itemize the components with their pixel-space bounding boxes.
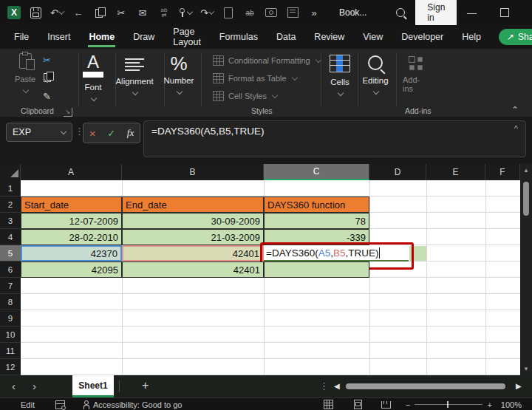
- cell-B5-referenced[interactable]: 42401: [122, 245, 264, 262]
- copy-button[interactable]: [44, 72, 50, 85]
- tab-data[interactable]: Data: [276, 27, 296, 47]
- cell-B3[interactable]: 30-09-2009: [122, 213, 264, 229]
- copy-icon[interactable]: [93, 6, 106, 19]
- zoom-level[interactable]: 100%: [501, 400, 522, 409]
- vertical-scrollbar[interactable]: ▲ ▼: [520, 164, 532, 375]
- tab-file[interactable]: File: [13, 27, 30, 47]
- row-header-8[interactable]: 8: [0, 294, 21, 310]
- back-icon[interactable]: ←: [72, 6, 85, 19]
- cells-group-button[interactable]: Cells: [327, 55, 353, 95]
- cell-A5-referenced[interactable]: 42370: [21, 245, 122, 262]
- cell-styles-button[interactable]: Cell Styles: [213, 91, 277, 101]
- row-header-4[interactable]: 4: [0, 229, 21, 245]
- paste-button[interactable]: Paste: [12, 53, 38, 92]
- tab-view[interactable]: View: [362, 27, 383, 47]
- row-header-12[interactable]: 12: [0, 359, 21, 375]
- maximize-button[interactable]: [498, 6, 511, 19]
- tab-home[interactable]: Home: [88, 27, 115, 47]
- alignment-group-button[interactable]: Alignment: [118, 56, 151, 95]
- cell-C2[interactable]: DAYS360 function: [264, 197, 369, 213]
- col-header-E[interactable]: E: [426, 164, 485, 180]
- cancel-entry-button[interactable]: ×: [89, 127, 96, 140]
- col-header-C[interactable]: C: [264, 164, 369, 180]
- col-header-D[interactable]: D: [369, 164, 426, 180]
- new-file-icon[interactable]: [222, 6, 235, 19]
- number-group-button[interactable]: % Number: [164, 53, 194, 94]
- tab-help[interactable]: Help: [461, 27, 482, 47]
- cell-B2[interactable]: End_date: [122, 197, 264, 213]
- row-header-11[interactable]: 11: [0, 343, 21, 359]
- zoom-in-button[interactable]: +: [487, 400, 491, 409]
- undo-icon[interactable]: ↶: [50, 6, 64, 19]
- add-sheet-button[interactable]: +: [142, 379, 149, 392]
- next-sheet-icon[interactable]: ›: [33, 380, 36, 392]
- search-icon[interactable]: [394, 6, 407, 19]
- insert-function-button[interactable]: fx: [127, 127, 134, 139]
- row-header-2[interactable]: 2: [0, 197, 21, 213]
- hscroll-left-icon[interactable]: ◀: [334, 382, 340, 390]
- row-header-6[interactable]: 6: [0, 262, 21, 278]
- scroll-down-icon[interactable]: ▼: [520, 366, 532, 372]
- vertical-scroll-thumb[interactable]: [523, 182, 529, 216]
- cell-C6[interactable]: [264, 262, 369, 278]
- horizontal-scroll-thumb[interactable]: [346, 383, 505, 389]
- format-painter-button[interactable]: ✎: [43, 91, 51, 102]
- tab-draw[interactable]: Draw: [132, 27, 155, 47]
- col-header-A[interactable]: A: [21, 164, 122, 180]
- sheet-tab-sheet1[interactable]: Sheet1: [72, 375, 114, 397]
- editing-group-button[interactable]: Editing: [361, 53, 390, 94]
- share-button[interactable]: ↗Share: [499, 29, 532, 45]
- redo-icon[interactable]: ↷: [200, 6, 214, 19]
- zoom-out-button[interactable]: −: [406, 400, 410, 409]
- clipboard-dialog-launcher-icon[interactable]: ↘: [64, 108, 72, 117]
- hscroll-right-icon[interactable]: ▶: [516, 382, 522, 390]
- formula-bar-expand-icon[interactable]: ^: [514, 124, 518, 133]
- row-header-3[interactable]: 3: [0, 213, 21, 229]
- sheetbar-splitter-icon[interactable]: ⋮: [319, 380, 329, 392]
- save-icon[interactable]: [29, 6, 42, 19]
- macro-record-icon[interactable]: [55, 400, 65, 409]
- addins-group-button[interactable]: Add-ins: [403, 56, 429, 93]
- confirm-entry-button[interactable]: ✓: [107, 128, 115, 139]
- tab-page-layout[interactable]: Page Layout: [172, 21, 202, 52]
- touch-mode-icon[interactable]: [179, 6, 192, 19]
- zoom-slider[interactable]: [415, 404, 482, 405]
- email-icon[interactable]: ✉: [136, 6, 149, 19]
- row-header-9[interactable]: 9: [0, 310, 21, 327]
- cell-A2[interactable]: Start_date: [21, 197, 122, 213]
- row-header-1[interactable]: 1: [0, 180, 21, 197]
- cut-icon[interactable]: ✂: [115, 6, 128, 19]
- cell-A3[interactable]: 12-07-2009: [21, 213, 122, 229]
- cut-button[interactable]: ✂: [43, 55, 51, 66]
- font-group-button[interactable]: A Font: [80, 53, 106, 100]
- prev-sheet-icon[interactable]: ‹: [12, 380, 16, 392]
- strikethrough-icon[interactable]: ab: [243, 6, 256, 19]
- col-header-F[interactable]: F: [485, 164, 520, 180]
- page-layout-view-icon[interactable]: [354, 400, 362, 409]
- cell-B4[interactable]: 21-03-2009: [122, 229, 264, 245]
- tab-insert[interactable]: Insert: [47, 27, 71, 47]
- conditional-formatting-button[interactable]: Conditional Formatting: [213, 55, 321, 66]
- cell-A4[interactable]: 28-02-2010: [21, 229, 122, 245]
- page-break-view-icon[interactable]: [381, 401, 391, 409]
- lookup-icon[interactable]: [286, 6, 299, 19]
- cell-C3[interactable]: 78: [264, 213, 369, 229]
- replace-icon[interactable]: ab⇄: [157, 6, 171, 19]
- minimize-button[interactable]: —: [465, 6, 478, 19]
- accessibility-status[interactable]: Accessibility: Good to go: [93, 400, 182, 409]
- camera-icon[interactable]: [265, 6, 278, 19]
- formula-input[interactable]: =DAYS360(A5,B5,TRUE) ^: [143, 120, 526, 157]
- row-header-10[interactable]: 10: [0, 327, 21, 343]
- scroll-up-icon[interactable]: ▲: [520, 167, 532, 174]
- sign-in-button[interactable]: Sign in: [415, 0, 457, 26]
- row-header-5[interactable]: 5: [0, 245, 21, 262]
- name-box[interactable]: EXP: [6, 123, 72, 142]
- cell-A6[interactable]: 42095: [21, 262, 122, 278]
- cell-C5-formula-edit[interactable]: =DAYS360(A5,B5,TRUE): [264, 245, 409, 262]
- collapse-ribbon-icon[interactable]: ⌃: [511, 105, 519, 115]
- tab-review[interactable]: Review: [313, 27, 345, 47]
- tab-developer[interactable]: Developer: [400, 27, 444, 47]
- normal-view-icon[interactable]: [324, 400, 333, 409]
- tab-formulas[interactable]: Formulas: [219, 27, 259, 47]
- row-header-7[interactable]: 7: [0, 278, 21, 294]
